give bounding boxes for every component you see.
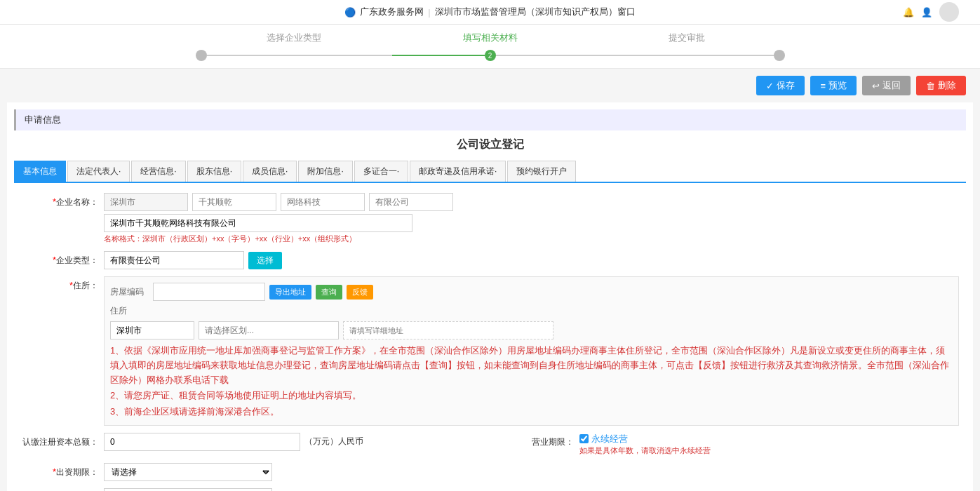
city-input[interactable]: [104, 193, 188, 211]
step-2: 填写相关材料 2: [392, 32, 589, 61]
site-name: 广东政务服务网: [360, 6, 424, 18]
delete-button[interactable]: 🗑 删除: [916, 76, 966, 95]
step-3-line: [589, 55, 774, 56]
steps-bar: 选择企业类型 填写相关材料 2 提交审批: [0, 25, 980, 69]
notice-1: 1、依据《深圳市应用统一地址库加强商事登记与监管工作方案》，在全市范围（深汕合作…: [110, 344, 953, 387]
select-type-button[interactable]: 选择: [248, 252, 282, 269]
industry-input[interactable]: [281, 193, 365, 211]
notice-2: 2、请您房产证、租赁合同等场地使用证明上的地址内容填写。: [110, 389, 953, 403]
step-2-label: 填写相关材料: [463, 32, 518, 44]
capital-unit: （万元）人民币: [304, 436, 363, 448]
avatar: [939, 2, 959, 22]
tab-legal-rep[interactable]: 法定代表人·: [67, 161, 130, 182]
house-code-input[interactable]: [153, 283, 265, 301]
copies-label: *副本数：: [21, 488, 98, 491]
business-period-content: 永续经营 如果是具体年数，请取消选中永续经营: [579, 433, 960, 456]
company-name-row: *企业名称： 名称格式：深圳市（行政区划）+xx（字号）+xx（行业）+xx（组…: [21, 193, 959, 244]
copies-input[interactable]: [104, 488, 272, 491]
capital-input-row: （万元）人民币: [104, 433, 484, 451]
step-2-dot: 2: [485, 50, 496, 61]
address-notice: 1、依据《深圳市应用统一地址库加强商事登记与监管工作方案》，在全市范围（深汕合作…: [110, 344, 953, 419]
company-name-label: *企业名称：: [21, 193, 98, 208]
tab-postal-credit[interactable]: 邮政寄递及信用承诺·: [410, 161, 506, 182]
header-divider: |: [428, 7, 430, 18]
preview-icon: ≡: [820, 81, 826, 91]
step-1-dot: [196, 50, 207, 61]
house-code-label: 房屋编码: [110, 286, 149, 298]
tab-bank[interactable]: 预约银行开户: [507, 161, 576, 182]
company-name-content: 名称格式：深圳市（行政区划）+xx（字号）+xx（行业）+xx（组织形式）: [104, 193, 959, 244]
query-btn[interactable]: 查询: [316, 285, 342, 300]
city-addr-input[interactable]: [110, 321, 194, 339]
notice-3: 3、前海企业区域请选择前海深港合作区。: [110, 405, 953, 419]
contribution-content: 请选择 ▼: [104, 463, 959, 481]
step-3: 提交审批: [589, 32, 785, 61]
tab-basic-info[interactable]: 基本信息: [14, 161, 66, 182]
page-title: 公司设立登记: [14, 137, 966, 152]
capital-content: （万元）人民币: [104, 433, 484, 451]
tab-members[interactable]: 成员信息·: [243, 161, 297, 182]
step-3-label: 提交审批: [669, 32, 705, 44]
step-2-line-right: [496, 55, 589, 56]
capital-period-row: 认缴注册资本总额： （万元）人民币 营业期限： 永续经营 如果是具体年数，请取消…: [21, 433, 959, 456]
residence-label: 住所: [110, 305, 149, 317]
name-format-hint: 名称格式：深圳市（行政区划）+xx（字号）+xx（行业）+xx（组织形式）: [104, 234, 959, 244]
save-icon: ✓: [766, 81, 774, 91]
tab-additional[interactable]: 附加信息·: [298, 161, 352, 182]
bell-icon[interactable]: 🔔: [903, 7, 914, 18]
preview-button[interactable]: ≡ 预览: [810, 76, 857, 95]
toolbar: ✓ 保存 ≡ 预览 ↩ 返回 🗑 删除: [0, 69, 980, 102]
company-type-label: *企业类型：: [21, 251, 98, 267]
org-form-input[interactable]: [369, 193, 453, 211]
tab-business-info[interactable]: 经营信息·: [131, 161, 185, 182]
contribution-select[interactable]: 请选择: [104, 463, 272, 481]
header-title: 🔵 广东政务服务网 | 深圳市市场监督管理局（深圳市知识产权局）窗口: [344, 6, 635, 18]
feedback-btn[interactable]: 反馈: [347, 285, 373, 300]
business-period-label: 营业期限：: [490, 433, 574, 448]
capital-label: 认缴注册资本总额：: [21, 433, 98, 448]
return-icon: ↩: [872, 81, 880, 91]
header-icons: 🔔 👤: [903, 2, 959, 22]
user-icon[interactable]: 👤: [921, 7, 932, 18]
capital-input[interactable]: [104, 433, 300, 451]
company-name-parts: [104, 193, 959, 211]
permanent-checkbox[interactable]: [579, 434, 589, 443]
prefix-input[interactable]: [192, 193, 276, 211]
step-2-line-left: [392, 55, 485, 56]
tabs-bar: 基本信息 法定代表人· 经营信息· 股东信息· 成员信息· 附加信息· 多证合一…: [14, 161, 966, 183]
residence-label-row: 住所: [110, 305, 953, 317]
contribution-label: *出资期限：: [21, 463, 98, 478]
export-address-btn[interactable]: 导出地址: [269, 285, 311, 300]
city-district-row: [110, 321, 953, 339]
section-title: 申请信息: [25, 114, 61, 125]
contribution-input-row: 请选择 ▼: [104, 463, 959, 481]
copies-content: [104, 488, 959, 491]
save-button[interactable]: ✓ 保存: [756, 76, 805, 95]
permanent-label: 永续经营: [591, 433, 628, 445]
logo-icon: 🔵: [344, 7, 356, 18]
tab-shareholders[interactable]: 股东信息·: [187, 161, 241, 182]
address-row: *住所： 房屋编码 导出地址 查询 反馈 住所: [21, 276, 959, 426]
section-header: 申请信息: [14, 109, 966, 130]
company-type-input[interactable]: [104, 251, 244, 269]
district-select[interactable]: [199, 321, 339, 339]
company-type-content: 选择: [104, 251, 959, 269]
step-1-line: [207, 55, 392, 56]
header-subtitle: 深圳市市场监督管理局（深圳市知识产权局）窗口: [435, 6, 636, 18]
step-1-label: 选择企业类型: [267, 32, 321, 44]
tab-multi-cert[interactable]: 多证合一·: [354, 161, 408, 182]
step-1: 选择企业类型: [196, 32, 392, 61]
delete-icon: 🗑: [926, 81, 935, 91]
return-button[interactable]: ↩ 返回: [862, 76, 911, 95]
company-type-input-row: 选择: [104, 251, 959, 269]
copies-row: *副本数：: [21, 488, 959, 491]
business-period-row: 永续经营: [579, 433, 960, 445]
main-container: 申请信息 公司设立登记 基本信息 法定代表人· 经营信息· 股东信息· 成员信息…: [7, 102, 973, 491]
detail-addr-input[interactable]: [343, 321, 553, 339]
permanent-check-label[interactable]: 永续经营: [579, 433, 628, 445]
contribution-row: *出资期限： 请选择 ▼: [21, 463, 959, 481]
step-3-dot: [774, 50, 785, 61]
house-code-row: 房屋编码 导出地址 查询 反馈: [110, 283, 953, 301]
header: 🔵 广东政务服务网 | 深圳市市场监督管理局（深圳市知识产权局）窗口 🔔 👤: [0, 0, 980, 25]
full-name-input[interactable]: [104, 214, 412, 232]
